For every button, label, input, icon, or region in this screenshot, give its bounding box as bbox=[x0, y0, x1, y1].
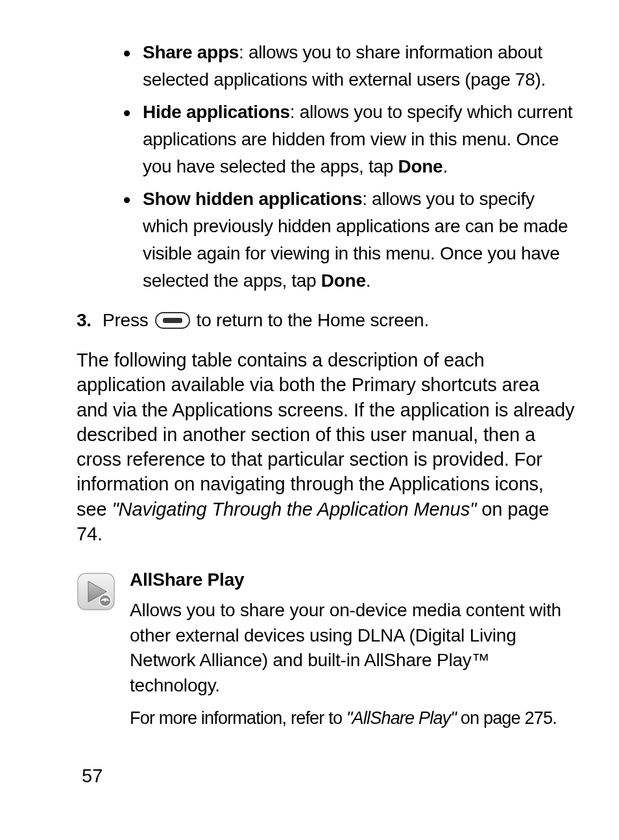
page-number: 57 bbox=[82, 765, 103, 787]
ref-before: For more information, refer to bbox=[130, 708, 346, 728]
allshare-play-desc: Allows you to share your on-device media… bbox=[130, 598, 575, 699]
step-text-after: to return to the Home screen. bbox=[197, 310, 429, 331]
ref-after: on page 275. bbox=[456, 708, 557, 728]
share-apps-label: Share apps bbox=[143, 42, 239, 62]
show-hidden-label: Show hidden applications bbox=[143, 189, 362, 209]
hide-apps-text-after: . bbox=[443, 156, 447, 176]
svg-rect-1 bbox=[163, 318, 182, 323]
bullet-hide-apps: Hide applications: allows you to specify… bbox=[123, 99, 575, 180]
allshare-play-title: AllShare Play bbox=[130, 570, 575, 590]
hide-apps-done: Done bbox=[398, 156, 443, 176]
svg-point-4 bbox=[104, 600, 106, 602]
description-paragraph: The following table contains a descripti… bbox=[77, 348, 575, 546]
allshare-play-section: AllShare Play Allows you to share your o… bbox=[77, 570, 575, 730]
home-key-icon bbox=[155, 312, 190, 329]
show-hidden-text-after: . bbox=[366, 270, 370, 291]
allshare-play-content: AllShare Play Allows you to share your o… bbox=[130, 570, 575, 730]
step-3: 3. Press to return to the Home screen. bbox=[77, 310, 575, 331]
step-text-before: Press bbox=[103, 310, 149, 331]
paragraph-italic: "Navigating Through the Application Menu… bbox=[112, 499, 476, 520]
ref-italic: "AllShare Play" bbox=[346, 708, 456, 728]
show-hidden-done: Done bbox=[321, 270, 366, 291]
paragraph-text-before: The following table contains a descripti… bbox=[77, 350, 575, 520]
bullet-show-hidden: Show hidden applications: allows you to … bbox=[123, 186, 575, 294]
bullet-list: Share apps: allows you to share informat… bbox=[123, 39, 575, 294]
bullet-share-apps: Share apps: allows you to share informat… bbox=[123, 39, 575, 93]
allshare-play-icon bbox=[77, 572, 115, 611]
allshare-play-ref: For more information, refer to "AllShare… bbox=[130, 706, 575, 731]
hide-apps-label: Hide applications bbox=[143, 102, 290, 122]
step-number: 3. bbox=[77, 310, 103, 331]
